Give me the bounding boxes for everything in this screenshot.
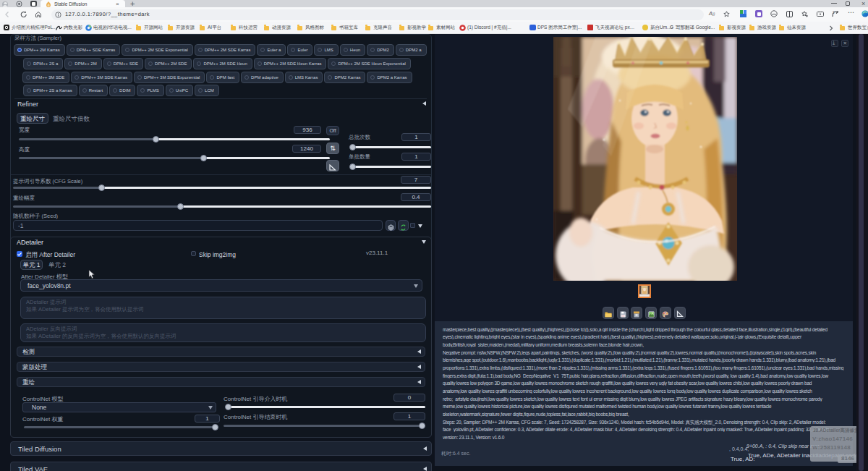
svg-text:2: 2 (833, 11, 835, 14)
